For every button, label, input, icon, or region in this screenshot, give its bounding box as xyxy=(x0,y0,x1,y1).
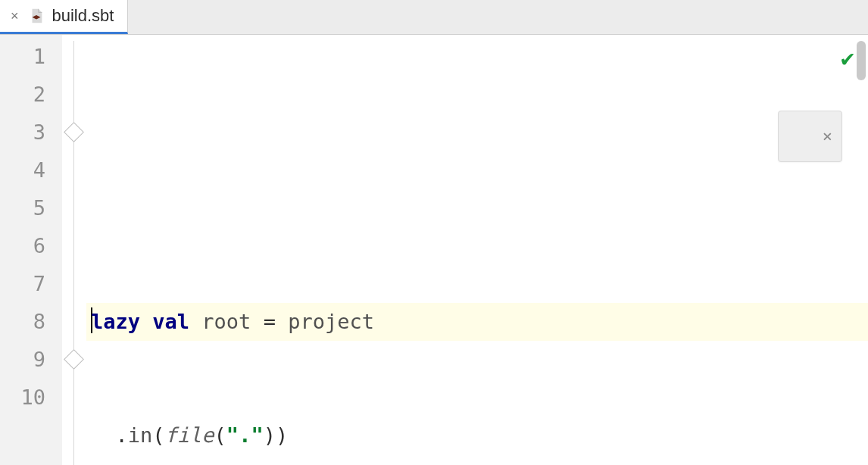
string-quote: " xyxy=(251,423,263,447)
fold-handle-open[interactable] xyxy=(64,122,84,142)
sbt-reload-icon[interactable] xyxy=(788,126,809,147)
line-number: 9 xyxy=(0,341,45,379)
line-number: 3 xyxy=(0,114,45,151)
line-number: 10 xyxy=(0,379,45,417)
tab-bar: × build.sbt xyxy=(0,0,868,35)
line-number-gutter: 1 2 3 4 5 6 7 8 9 10 xyxy=(0,35,62,465)
identifier: project xyxy=(288,310,374,333)
close-popup-icon[interactable]: × xyxy=(823,117,832,155)
sbt-reload-popup: × xyxy=(778,111,842,162)
fold-handle-close[interactable] xyxy=(64,349,84,370)
line-number: 1 xyxy=(0,38,45,76)
line-number: 8 xyxy=(0,303,45,341)
method: in xyxy=(128,423,153,447)
tab-filename: build.sbt xyxy=(52,6,114,26)
close-tab-icon[interactable]: × xyxy=(11,9,20,23)
operator: = xyxy=(264,310,276,333)
inspection-ok-icon[interactable]: ✔ xyxy=(841,39,854,77)
identifier: root xyxy=(201,310,251,333)
punct: ( xyxy=(152,423,164,447)
punct: ( xyxy=(214,423,226,447)
punct: ) xyxy=(276,423,288,447)
tab-build-sbt[interactable]: × build.sbt xyxy=(0,0,128,34)
code-line[interactable]: .in(file(".")) xyxy=(86,417,868,454)
string-quote: " xyxy=(226,423,239,447)
code-editor[interactable]: 1 2 3 4 5 6 7 8 9 10 ✔ × lazy val root =… xyxy=(0,35,868,465)
keyword-lazy: lazy xyxy=(91,310,140,333)
line-number: 4 xyxy=(0,151,45,189)
code-line[interactable]: lazy val root = project xyxy=(86,303,868,341)
line-number: 6 xyxy=(0,227,45,265)
scrollbar-thumb[interactable] xyxy=(857,41,866,80)
sbt-file-icon xyxy=(28,8,45,24)
fold-gutter xyxy=(62,35,86,465)
line-number: 2 xyxy=(0,76,45,114)
line-number: 7 xyxy=(0,265,45,303)
punct: ) xyxy=(264,423,276,447)
string: . xyxy=(239,423,251,447)
line-number: 5 xyxy=(0,189,45,227)
code-area[interactable]: ✔ × lazy val root = project .in(file("."… xyxy=(86,35,868,465)
function-file: file xyxy=(165,423,214,447)
keyword-val: val xyxy=(152,310,189,333)
punct: . xyxy=(116,423,128,447)
